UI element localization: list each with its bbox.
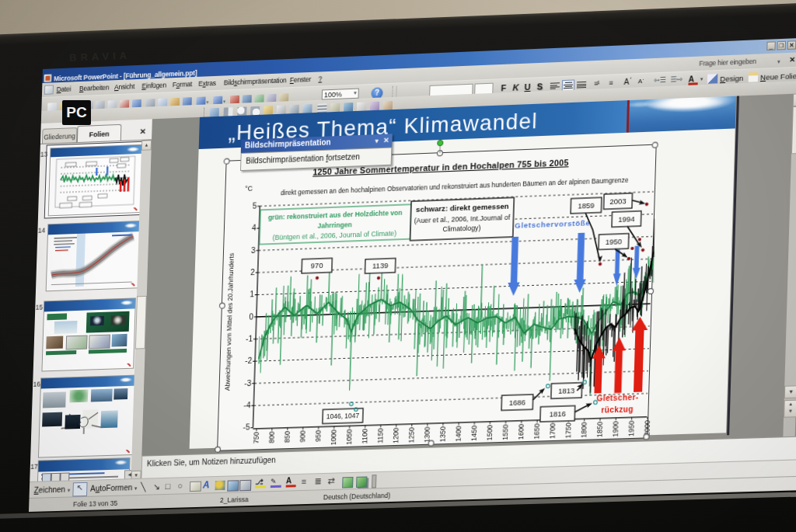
svg-text:1813: 1813: [558, 387, 575, 395]
svg-text:2003: 2003: [609, 197, 627, 206]
svg-text:5: 5: [253, 201, 257, 210]
svg-text:1650: 1650: [532, 423, 541, 440]
svg-text:1450: 1450: [470, 425, 479, 441]
svg-text:1150: 1150: [376, 428, 385, 443]
svg-text:800: 800: [267, 431, 276, 443]
svg-text:1400: 1400: [454, 426, 463, 442]
svg-text:1600: 1600: [517, 424, 525, 440]
svg-text:970: 970: [311, 262, 323, 270]
svg-text:1950: 1950: [606, 238, 623, 246]
svg-text:Gletscher-: Gletscher-: [596, 393, 638, 403]
svg-text:900: 900: [298, 430, 307, 442]
svg-text:°C: °C: [245, 184, 253, 193]
svg-text:1816: 1816: [549, 409, 566, 418]
svg-text:1: 1: [250, 290, 254, 299]
svg-text:1200: 1200: [392, 428, 400, 444]
svg-text:1859: 1859: [578, 201, 595, 210]
svg-text:2000: 2000: [643, 420, 651, 436]
svg-text:3: 3: [251, 245, 256, 254]
svg-text:1800: 1800: [580, 422, 588, 438]
svg-text:1900: 1900: [611, 421, 620, 437]
svg-text:1350: 1350: [438, 426, 447, 443]
svg-text:-4: -4: [243, 401, 251, 410]
svg-text:-1: -1: [246, 335, 253, 344]
svg-text:850: 850: [283, 431, 292, 443]
svg-text:1500: 1500: [486, 425, 494, 441]
svg-text:-3: -3: [244, 379, 252, 388]
svg-text:1850: 1850: [595, 422, 604, 438]
svg-text:Jahrringen: Jahrringen: [317, 221, 351, 230]
svg-text:1700: 1700: [548, 422, 557, 439]
svg-text:Climatology): Climatology): [442, 224, 480, 233]
svg-text:rückzug: rückzug: [601, 405, 634, 415]
svg-text:2: 2: [250, 268, 255, 276]
svg-text:1300: 1300: [423, 426, 431, 443]
svg-text:750: 750: [252, 432, 260, 443]
svg-text:1139: 1139: [372, 262, 389, 270]
svg-text:950: 950: [314, 430, 323, 443]
svg-text:0: 0: [249, 312, 253, 321]
svg-text:-2: -2: [245, 356, 252, 365]
svg-text:-5: -5: [243, 423, 251, 432]
svg-text:1550: 1550: [501, 424, 510, 440]
svg-text:1000: 1000: [330, 429, 338, 446]
svg-text:1100: 1100: [361, 429, 369, 444]
svg-text:1950: 1950: [627, 420, 636, 436]
svg-text:1250: 1250: [407, 427, 416, 443]
svg-text:1050: 1050: [345, 429, 354, 445]
svg-text:1750: 1750: [564, 422, 573, 439]
svg-text:4: 4: [252, 224, 257, 232]
svg-text:1686: 1686: [509, 398, 526, 407]
svg-text:1994: 1994: [618, 215, 635, 224]
svg-text:1046, 1047: 1046, 1047: [326, 412, 360, 421]
